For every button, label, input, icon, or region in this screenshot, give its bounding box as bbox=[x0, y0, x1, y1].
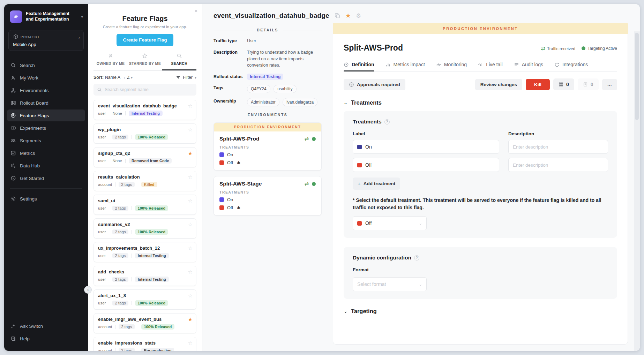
treatment-color-swatch bbox=[219, 152, 224, 157]
flag-row[interactable]: enable_impressions_stats ☆ account2 tags… bbox=[93, 337, 196, 351]
star-toggle-icon[interactable]: ☆ bbox=[188, 174, 193, 180]
flag-row[interactable]: ux_improvements_batch_12 ☆ user2 tagsInt… bbox=[93, 242, 196, 262]
environment-tab-bar: Definition Metrics impact Monitoring bbox=[344, 62, 617, 71]
scrollbar[interactable] bbox=[634, 31, 640, 351]
targeting-active-status: Targeting Active bbox=[582, 46, 617, 51]
more-options-button[interactable]: … bbox=[602, 79, 617, 90]
format-select[interactable]: Select format ⌄ bbox=[353, 277, 427, 291]
sidebar-item-segments[interactable]: Segments bbox=[7, 135, 85, 146]
sidebar-item-rollout-board[interactable]: Rollout Board bbox=[7, 97, 85, 109]
sidebar-item-metrics[interactable]: Metrics bbox=[7, 147, 85, 159]
owner-pill[interactable]: ivan.delagarza bbox=[283, 98, 317, 106]
tab-monitoring[interactable]: Monitoring bbox=[436, 62, 467, 71]
sidebar-item-ask-switch[interactable]: Ask Switch bbox=[7, 320, 85, 332]
gear-icon[interactable]: ⚙ bbox=[356, 12, 361, 20]
alerts-count-button[interactable]: 0 bbox=[553, 78, 574, 90]
detail-label: Rollout status bbox=[214, 74, 247, 80]
app-switcher[interactable]: Feature Management and Experimentation ▾ bbox=[4, 4, 88, 28]
tab-search[interactable]: SEARCH bbox=[162, 52, 196, 70]
flag-row[interactable]: wp_plugin ☆ user2 tags100% Released bbox=[93, 123, 196, 144]
help-icon[interactable]: ? bbox=[414, 255, 419, 260]
star-toggle-icon[interactable]: ☆ bbox=[188, 103, 193, 109]
chevron-down-icon: ▾ bbox=[131, 76, 133, 80]
flag-row[interactable]: summaries_v2 ☆ user2 tags100% Released bbox=[93, 218, 196, 239]
treatment-description-input-off[interactable] bbox=[513, 163, 604, 168]
tab-audit-logs[interactable]: Audit logs bbox=[514, 62, 543, 71]
chevron-down-icon[interactable]: ▾ bbox=[81, 15, 83, 19]
details-column: DETAILS Traffic type User Description Tr… bbox=[202, 22, 331, 351]
pulse-icon bbox=[436, 62, 441, 67]
sort-control[interactable]: Sort: Name A → Z ▾ bbox=[93, 75, 133, 80]
targeting-section-toggle[interactable]: ⌄ Targeting bbox=[344, 308, 617, 315]
plus-icon: + bbox=[358, 181, 361, 187]
star-toggle-icon[interactable]: ☆ bbox=[188, 245, 193, 251]
flag-row[interactable]: add_checks ☆ user2 tagsInternal Testing bbox=[93, 266, 196, 286]
approvals-required-button[interactable]: Approvals required bbox=[344, 79, 405, 90]
app-window: Feature Management and Experimentation ▾… bbox=[4, 4, 640, 351]
search-input[interactable] bbox=[105, 87, 193, 92]
copy-icon[interactable] bbox=[334, 13, 340, 19]
segments-icon bbox=[10, 138, 16, 143]
tab-owned-by-me[interactable]: OWNED BY ME bbox=[93, 52, 128, 70]
star-toggle-icon[interactable]: ★ bbox=[188, 316, 193, 323]
help-book-icon bbox=[10, 336, 16, 341]
flag-row[interactable]: saml_ui ☆ user2 tags100% Released bbox=[93, 195, 196, 215]
flag-row[interactable]: results_calculation ☆ account2 tagsKille… bbox=[93, 171, 196, 191]
tab-integrations[interactable]: Integrations bbox=[554, 62, 588, 71]
sidebar-item-data-hub[interactable]: Data Hub bbox=[7, 160, 85, 172]
panel-title: Feature Flags bbox=[93, 15, 196, 23]
sidebar-item-get-started[interactable]: Get Started bbox=[7, 172, 85, 184]
star-toggle-icon[interactable]: ★ bbox=[345, 12, 351, 20]
check-circle-icon bbox=[349, 82, 354, 87]
chevron-right-icon: › bbox=[78, 35, 80, 40]
env-card-stage[interactable]: Split-AWS-Stage ⇄ TREATMENTS On Off✱ bbox=[214, 176, 322, 216]
sidebar-item-experiments[interactable]: Experiments bbox=[7, 122, 85, 134]
sidebar-item-my-work[interactable]: My Work bbox=[7, 72, 85, 84]
review-changes-button[interactable]: Review changes bbox=[475, 79, 522, 90]
project-selector[interactable]: PROJECT Mobile App › bbox=[8, 30, 84, 51]
tab-definition[interactable]: Definition bbox=[344, 62, 374, 71]
add-treatment-button[interactable]: + Add treatment bbox=[353, 178, 400, 190]
treatments-section-toggle[interactable]: ⌄ Treatments bbox=[344, 99, 617, 106]
star-toggle-icon[interactable]: ☆ bbox=[188, 198, 193, 204]
filter-control[interactable]: Filter ▾ bbox=[176, 75, 196, 80]
create-feature-flag-button[interactable]: Create Feature Flag bbox=[117, 34, 173, 46]
sidebar-item-feature-flags[interactable]: Feature Flags bbox=[7, 109, 85, 121]
sidebar-collapse-button[interactable]: ‹ bbox=[84, 286, 92, 294]
star-toggle-icon[interactable]: ☆ bbox=[188, 340, 193, 346]
treatment-label-input-on[interactable]: On bbox=[353, 140, 499, 154]
owner-pill[interactable]: Administrator bbox=[247, 98, 279, 106]
sidebar-item-help[interactable]: Help bbox=[7, 333, 85, 345]
help-icon[interactable]: ? bbox=[384, 119, 390, 124]
dynamic-configuration-card: Dynamic configuration ? Format Select fo… bbox=[344, 247, 617, 299]
tab-live-tail[interactable]: Live tail bbox=[478, 62, 502, 71]
default-treatment-select[interactable]: Off ⌄ bbox=[353, 216, 427, 230]
close-icon[interactable]: × bbox=[194, 8, 198, 15]
treatment-description-input-on[interactable] bbox=[513, 144, 604, 150]
star-toggle-icon[interactable]: ☆ bbox=[188, 221, 193, 228]
flag-row[interactable]: event_visualization_datahub_badge ☆ user… bbox=[93, 100, 196, 120]
star-toggle-icon[interactable]: ☆ bbox=[188, 293, 193, 299]
chevron-down-icon: ⌄ bbox=[344, 100, 347, 105]
treatment-label-input-off[interactable]: Off bbox=[353, 158, 499, 172]
tag-pill[interactable]: usability bbox=[274, 85, 296, 93]
project-name: Mobile App bbox=[13, 42, 79, 47]
star-toggle-icon[interactable]: ☆ bbox=[188, 127, 193, 133]
sidebar-footer: Ask Switch Help bbox=[4, 320, 88, 351]
star-toggle-icon[interactable]: ☆ bbox=[188, 269, 193, 275]
tag-pill[interactable]: Q4FY24 bbox=[247, 85, 270, 93]
sidebar-item-settings[interactable]: Settings bbox=[7, 193, 85, 205]
scrollbar-thumb[interactable] bbox=[635, 33, 639, 120]
environments-icon bbox=[10, 88, 16, 93]
flag-row[interactable]: alert_ux_1_8 ☆ user2 tags100% Released bbox=[93, 289, 196, 310]
kill-button[interactable]: Kill bbox=[526, 79, 550, 90]
star-toggle-icon[interactable]: ★ bbox=[188, 150, 193, 157]
search-icon bbox=[10, 62, 16, 68]
sidebar-item-environments[interactable]: Environments bbox=[7, 84, 85, 96]
sidebar-item-search[interactable]: Search bbox=[7, 59, 85, 71]
flag-row[interactable]: enable_imgr_aws_event_bus ★ account2 tag… bbox=[93, 313, 196, 333]
tab-starred-by-me[interactable]: STARRED BY ME bbox=[128, 52, 162, 70]
tab-metrics-impact[interactable]: Metrics impact bbox=[385, 62, 425, 71]
flag-row[interactable]: signup_cta_q2 ★ userNoneRemoved from Cod… bbox=[93, 147, 196, 167]
env-card-prod[interactable]: PRODUCTION ENVIRONMENT Split-AWS-Prod ⇄ … bbox=[214, 122, 322, 171]
